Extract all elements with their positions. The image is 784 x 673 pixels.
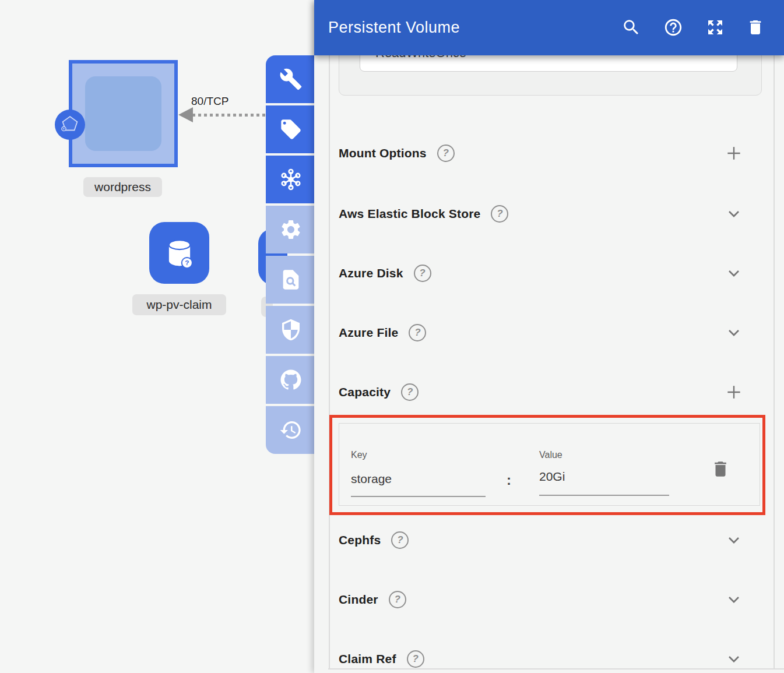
persistent-volume-panel: ReadWriteOnce Mount Options ? Aws Elasti…: [314, 0, 784, 673]
capacity-key-input[interactable]: storage: [351, 472, 392, 486]
help-icon[interactable]: ?: [389, 591, 406, 608]
chevron-down-icon[interactable]: [725, 590, 743, 609]
panel-header: Persistent Volume: [314, 0, 784, 55]
chevron-down-icon[interactable]: [725, 264, 743, 283]
capacity-key-label: Key: [351, 450, 367, 460]
section-claim-ref: Claim Ref ?: [339, 646, 752, 672]
help-icon[interactable]: [663, 17, 683, 37]
section-label-mount-options: Mount Options: [339, 146, 427, 160]
github-icon[interactable]: [266, 356, 315, 404]
edge-dotted-line: [192, 114, 267, 117]
form-right-border: [774, 55, 775, 669]
gear-icon[interactable]: [266, 206, 315, 253]
history-icon[interactable]: [266, 406, 315, 454]
help-icon[interactable]: ?: [491, 205, 508, 223]
section-label-azure-disk: Azure Disk: [339, 266, 403, 280]
app-root: 80/TCP wordpress ? wp-pv-claim: [0, 0, 784, 673]
pod-badge-icon: [55, 110, 85, 140]
form-left-border: [329, 55, 330, 669]
wrench-icon[interactable]: [266, 55, 315, 103]
help-icon[interactable]: ?: [409, 324, 426, 341]
help-icon[interactable]: ?: [437, 145, 455, 162]
section-mount-options: Mount Options ?: [339, 140, 752, 167]
section-azure-disk: Azure Disk ?: [339, 260, 752, 287]
panel-form: ReadWriteOnce Mount Options ? Aws Elasti…: [314, 0, 784, 673]
node-wp-pv-claim[interactable]: ?: [149, 222, 209, 284]
section-label-azure-file: Azure File: [339, 326, 398, 340]
capacity-value-underline: [539, 495, 669, 496]
document-search-icon[interactable]: [266, 256, 315, 304]
section-cinder: Cinder ?: [339, 586, 752, 613]
help-icon[interactable]: ?: [414, 265, 431, 282]
shield-icon[interactable]: [266, 306, 315, 354]
edge-arrowhead-icon: [178, 107, 193, 122]
help-icon[interactable]: ?: [401, 383, 419, 401]
capacity-value-label: Value: [539, 450, 562, 460]
chevron-down-icon[interactable]: [725, 205, 743, 223]
trash-icon[interactable]: [746, 18, 766, 38]
key-value-separator: :: [507, 472, 511, 488]
capacity-key-value-card: [339, 423, 760, 506]
expand-icon[interactable]: [706, 18, 726, 38]
chevron-down-icon[interactable]: [725, 650, 743, 668]
chevron-down-icon[interactable]: [725, 531, 743, 549]
delete-row-button[interactable]: [711, 459, 730, 479]
help-icon[interactable]: ?: [407, 650, 424, 668]
plus-icon[interactable]: [725, 383, 743, 401]
section-capacity: Capacity ?: [339, 379, 752, 406]
search-icon[interactable]: [621, 17, 641, 37]
capacity-key-underline: [351, 496, 486, 497]
node-wordpress[interactable]: [69, 60, 178, 167]
database-icon: ?: [162, 234, 197, 272]
help-icon[interactable]: ?: [391, 531, 409, 549]
section-aws-elastic-block-store: Aws Elastic Block Store ?: [339, 200, 752, 227]
page-title: Persistent Volume: [328, 0, 460, 55]
node-label-wordpress: wordpress: [83, 177, 162, 197]
svg-text:?: ?: [185, 259, 189, 266]
section-label-claim-ref: Claim Ref: [339, 652, 396, 666]
edge-port-label: 80/TCP: [191, 95, 228, 108]
plus-icon[interactable]: [725, 144, 743, 163]
section-cephfs: Cephfs ?: [339, 527, 752, 554]
section-label-aws-ebs: Aws Elastic Block Store: [339, 207, 480, 221]
hub-icon[interactable]: [266, 156, 315, 203]
section-azure-file: Azure File ?: [339, 319, 752, 346]
capacity-value-input[interactable]: 20Gi: [539, 470, 565, 484]
node-label-wp-pv-claim: wp-pv-claim: [132, 294, 226, 315]
node-wordpress-inner: [85, 76, 161, 151]
section-label-cinder: Cinder: [339, 593, 378, 607]
section-label-cephfs: Cephfs: [339, 533, 381, 547]
tag-icon[interactable]: [266, 105, 315, 153]
section-label-capacity: Capacity: [339, 385, 391, 399]
node-toolbar: [266, 55, 315, 454]
chevron-down-icon[interactable]: [725, 323, 743, 342]
